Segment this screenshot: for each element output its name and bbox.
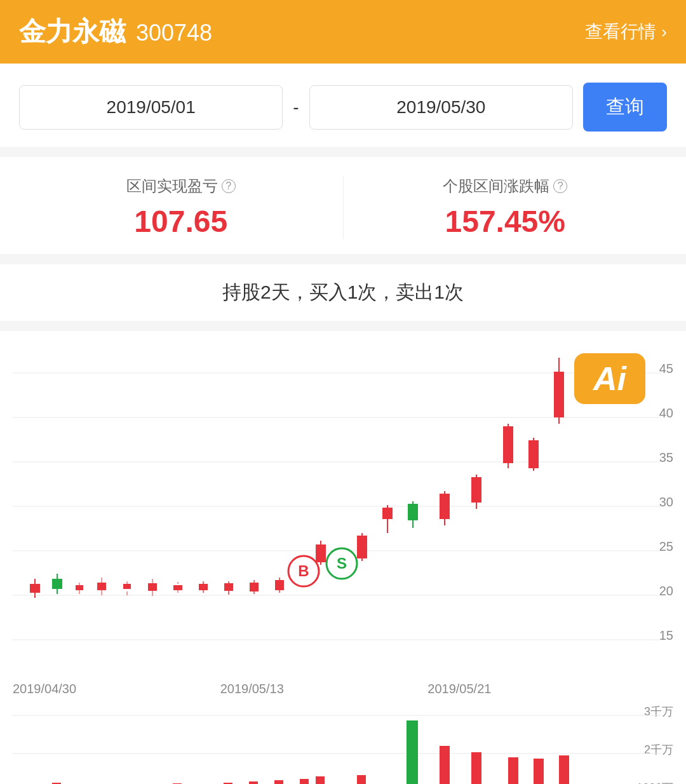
svg-text:30: 30: [659, 495, 673, 509]
svg-rect-83: [316, 776, 325, 784]
svg-rect-46: [316, 544, 326, 562]
svg-rect-62: [528, 440, 539, 468]
profit-label: 区间实现盈亏 ?: [19, 176, 343, 196]
svg-text:35: 35: [659, 450, 673, 464]
header-left: 金力永磁 300748: [19, 14, 212, 50]
svg-text:2千万: 2千万: [644, 743, 673, 756]
market-link-label: 查看行情: [585, 20, 656, 44]
end-date-input[interactable]: [309, 85, 573, 130]
header: 金力永磁 300748 查看行情 ›: [0, 0, 686, 64]
svg-rect-82: [300, 779, 309, 784]
stats-section: 区间实现盈亏 ? 107.65 个股区间涨跌幅 ? 157.45%: [0, 157, 686, 254]
svg-rect-86: [440, 746, 450, 784]
chart-section: Ai 45 40 35 30 25 20 15: [0, 331, 686, 784]
summary-section: 持股2天，买入1次，卖出1次: [0, 264, 686, 321]
ai-badge: Ai: [574, 353, 645, 404]
svg-text:25: 25: [659, 539, 673, 553]
svg-rect-54: [408, 504, 418, 520]
svg-rect-50: [357, 536, 367, 558]
svg-rect-27: [123, 584, 131, 589]
range-value: 157.45%: [344, 204, 668, 239]
svg-rect-88: [508, 757, 518, 784]
svg-rect-15: [30, 584, 40, 593]
market-link[interactable]: 查看行情 ›: [585, 20, 667, 44]
svg-rect-81: [274, 780, 283, 784]
date-filter-section: - 查询: [0, 64, 686, 147]
svg-rect-24: [97, 583, 106, 590]
svg-rect-21: [76, 585, 83, 590]
x-label-2: 2019/05/13: [220, 682, 284, 696]
range-label: 个股区间涨跌幅 ?: [344, 176, 668, 196]
start-date-input[interactable]: [19, 85, 283, 130]
svg-rect-36: [199, 584, 208, 590]
stock-name: 金力永磁: [19, 14, 126, 50]
svg-rect-80: [249, 781, 258, 784]
svg-text:20: 20: [659, 584, 673, 598]
ai-badge-area: Ai: [546, 344, 673, 414]
x-label-3: 2019/05/21: [427, 682, 491, 696]
range-info-icon[interactable]: ?: [553, 179, 567, 193]
svg-text:3千万: 3千万: [644, 705, 673, 718]
svg-text:B: B: [298, 562, 309, 579]
x-label-1: 2019/04/30: [13, 682, 76, 696]
chevron-right-icon: ›: [661, 22, 667, 42]
date-separator: -: [293, 97, 299, 118]
svg-rect-60: [503, 426, 513, 463]
svg-text:S: S: [337, 555, 347, 572]
svg-text:15: 15: [659, 628, 673, 642]
stock-code: 300748: [136, 20, 212, 46]
x-axis-labels: 2019/04/30 2019/05/13 2019/05/21: [0, 677, 686, 701]
svg-rect-90: [559, 755, 569, 784]
svg-rect-52: [382, 508, 393, 519]
svg-rect-42: [275, 580, 284, 590]
svg-rect-89: [534, 759, 544, 784]
svg-rect-32: [173, 585, 182, 590]
svg-rect-85: [407, 720, 418, 784]
svg-text:1000万: 1000万: [636, 781, 673, 784]
summary-text: 持股2天，买入1次，卖出1次: [222, 281, 464, 302]
svg-rect-40: [250, 583, 259, 591]
profit-value: 107.65: [19, 204, 343, 239]
svg-rect-56: [440, 494, 450, 519]
profit-card: 区间实现盈亏 ? 107.65: [19, 176, 344, 239]
svg-rect-87: [471, 752, 481, 784]
svg-rect-38: [224, 583, 233, 591]
svg-rect-58: [471, 477, 481, 503]
svg-rect-18: [52, 579, 62, 589]
query-button[interactable]: 查询: [583, 83, 667, 132]
range-card: 个股区间涨跌幅 ? 157.45%: [344, 176, 668, 239]
svg-rect-30: [148, 583, 157, 591]
svg-rect-84: [357, 775, 366, 784]
volume-chart: 3千万 2千万 1000万: [0, 701, 686, 784]
profit-info-icon[interactable]: ?: [222, 179, 236, 193]
